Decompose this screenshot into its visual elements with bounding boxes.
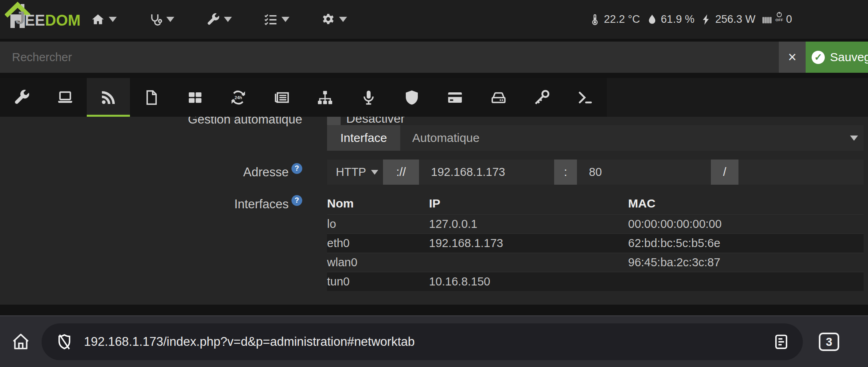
tab-terminal[interactable] bbox=[563, 78, 607, 117]
spacer bbox=[0, 73, 868, 78]
tab-microphone[interactable] bbox=[347, 78, 390, 117]
tab-table-cells[interactable] bbox=[174, 78, 217, 117]
browser-home-icon[interactable] bbox=[10, 331, 31, 352]
logo-letter-j: J bbox=[15, 8, 25, 28]
tab-hard-drive[interactable] bbox=[477, 78, 520, 117]
power-icon bbox=[776, 11, 782, 18]
heater-status: OFF 0 bbox=[761, 13, 792, 26]
chevron-down-icon bbox=[109, 17, 117, 22]
tab-counter-button[interactable]: 3 bbox=[819, 333, 839, 351]
scheme-separator: :// bbox=[383, 160, 419, 185]
save-button[interactable]: ✓ Sauvegarder bbox=[806, 42, 868, 73]
temperature-status: 22.2 °C bbox=[589, 13, 640, 26]
jeedom-admin-screen: J EEDOM 22.2 °C 61.9 % 256.3 W OFF bbox=[0, 0, 868, 367]
disable-checkbox-label: Désactiver bbox=[346, 117, 405, 126]
clear-search-button[interactable]: × bbox=[779, 42, 806, 73]
admin-tabbar: 24h bbox=[0, 78, 607, 117]
admin-tabband: 24h bbox=[0, 78, 868, 117]
reader-mode-icon[interactable] bbox=[772, 333, 790, 351]
tab-rss[interactable] bbox=[87, 78, 130, 117]
chevron-down-icon bbox=[850, 136, 858, 141]
save-button-label: Sauvegarder bbox=[830, 50, 868, 64]
menu-health[interactable] bbox=[149, 13, 174, 26]
cell: eth0 bbox=[327, 237, 429, 250]
spacer bbox=[0, 39, 868, 42]
cell: wlan0 bbox=[327, 256, 429, 269]
interface-row: Interface Automatique bbox=[327, 125, 864, 151]
interfaces-label: Interfaces? bbox=[0, 195, 302, 211]
url-bar[interactable]: 192.168.1.173/index.php?v=d&p=administra… bbox=[42, 323, 803, 360]
address-form: HTTP :// 192.168.1.173 : 80 / bbox=[327, 160, 864, 185]
humidity-value: 61.9 % bbox=[661, 13, 694, 26]
shield-slash-icon[interactable] bbox=[55, 333, 74, 351]
menu-summary[interactable] bbox=[264, 13, 289, 26]
tab-sitemap[interactable] bbox=[303, 78, 347, 117]
status-summary: 22.2 °C 61.9 % 256.3 W OFF 0 bbox=[589, 0, 792, 39]
credit-card-icon bbox=[447, 89, 463, 106]
column-header-nom: Nom bbox=[327, 197, 429, 210]
newspaper-icon bbox=[273, 89, 290, 106]
cell: 10.16.8.150 bbox=[429, 275, 628, 288]
cell: 62:bd:bc:5c:b5:6e bbox=[628, 237, 864, 250]
interface-row-eth0: eth0192.168.1.17362:bd:bc:5c:b5:6e bbox=[327, 233, 864, 253]
svg-text:24h: 24h bbox=[235, 95, 242, 100]
help-icon[interactable]: ? bbox=[291, 163, 302, 174]
browser-toolbar: 192.168.1.173/index.php?v=d&p=administra… bbox=[0, 315, 868, 367]
jeedom-topbar: J EEDOM 22.2 °C 61.9 % 256.3 W OFF bbox=[0, 0, 868, 39]
file-icon bbox=[143, 89, 160, 106]
bolt-icon bbox=[700, 14, 712, 26]
help-icon[interactable]: ? bbox=[291, 195, 302, 206]
logo-wordmark: EEDOM bbox=[25, 12, 80, 29]
wrench-icon bbox=[206, 13, 220, 26]
tab-file[interactable] bbox=[130, 78, 173, 117]
heater-count: 0 bbox=[786, 13, 792, 26]
menu-settings[interactable] bbox=[321, 13, 347, 26]
power-value: 256.3 W bbox=[715, 13, 756, 26]
sitemap-icon bbox=[317, 89, 333, 106]
radiator-icon bbox=[761, 14, 773, 26]
interface-row-lo: lo127.0.0.100:00:00:00:00:00 bbox=[327, 214, 864, 233]
spacer bbox=[0, 305, 868, 315]
menu-home[interactable] bbox=[91, 13, 117, 26]
check-circle-icon: ✓ bbox=[812, 51, 825, 64]
shield-icon bbox=[403, 89, 420, 106]
drop-icon bbox=[646, 14, 658, 26]
interfaces-table-header: NomIPMAC bbox=[327, 193, 864, 214]
wrench-icon bbox=[13, 89, 30, 106]
jeedom-logo[interactable]: J EEDOM bbox=[2, 0, 73, 39]
tab-wrench[interactable] bbox=[0, 78, 43, 117]
chevron-down-icon bbox=[371, 170, 378, 175]
tab-key[interactable] bbox=[520, 78, 563, 117]
tab-laptop[interactable] bbox=[43, 78, 86, 117]
tab-sync-24h[interactable]: 24h bbox=[217, 78, 260, 117]
internal-ip-input[interactable]: 192.168.1.173 bbox=[419, 160, 554, 185]
tab-newspaper[interactable] bbox=[260, 78, 303, 117]
table-cells-icon bbox=[187, 89, 204, 106]
port-separator: : bbox=[554, 160, 577, 185]
rss-icon bbox=[100, 89, 117, 106]
tab-count: 3 bbox=[826, 335, 832, 349]
cell: 96:45:ba:2c:3c:87 bbox=[628, 256, 864, 269]
path-input[interactable] bbox=[738, 160, 864, 185]
cell: 00:00:00:00:00:00 bbox=[628, 217, 864, 231]
chevron-down-icon bbox=[281, 17, 289, 22]
interface-select[interactable]: Automatique bbox=[400, 125, 864, 151]
port-input[interactable]: 80 bbox=[577, 160, 711, 185]
hard-drive-icon bbox=[490, 89, 507, 106]
column-header-ip: IP bbox=[429, 197, 628, 210]
interface-select-value: Automatique bbox=[412, 131, 479, 145]
column-header-mac: MAC bbox=[628, 197, 864, 210]
power-status: 256.3 W bbox=[700, 13, 756, 26]
protocol-select[interactable]: HTTP bbox=[327, 160, 383, 185]
tab-credit-card[interactable] bbox=[433, 78, 477, 117]
interface-row-tun0: tun010.16.8.150 bbox=[327, 272, 864, 291]
tab-shield[interactable] bbox=[390, 78, 433, 117]
home-icon bbox=[91, 13, 105, 26]
terminal-icon bbox=[577, 89, 594, 106]
search-input[interactable] bbox=[0, 42, 779, 73]
cell: 127.0.0.1 bbox=[429, 217, 628, 231]
cell: lo bbox=[327, 217, 429, 231]
address-label: Adresse? bbox=[0, 163, 302, 180]
menu-tools[interactable] bbox=[206, 13, 232, 26]
auto-management-label: Gestion automatique bbox=[0, 117, 302, 127]
